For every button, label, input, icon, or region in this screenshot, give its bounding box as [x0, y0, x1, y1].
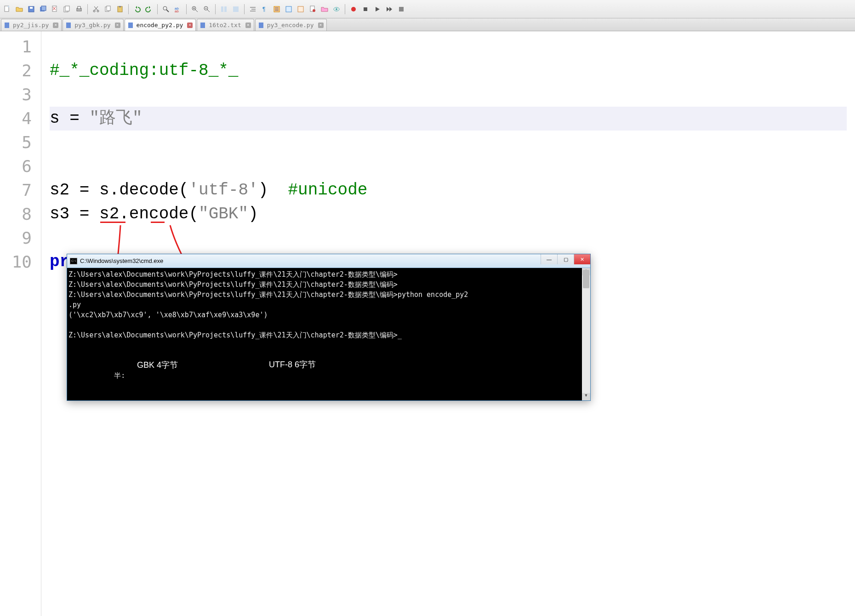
code-string: "GBK": [199, 205, 248, 223]
svg-point-21: [163, 6, 167, 10]
lineno: 6: [0, 154, 41, 178]
lineno: 10: [0, 250, 41, 274]
maximize-button[interactable]: ▢: [557, 254, 574, 264]
code-call: s2.encode(: [89, 205, 199, 223]
svg-rect-20: [119, 6, 121, 7]
copy-button[interactable]: [103, 4, 114, 15]
svg-rect-52: [5, 23, 9, 28]
svg-rect-44: [298, 6, 303, 12]
redo-button[interactable]: [143, 4, 154, 15]
undo-button[interactable]: [131, 4, 142, 15]
code-var: s3: [50, 205, 80, 223]
show-ws-button[interactable]: ¶: [259, 4, 270, 15]
svg-line-22: [166, 10, 169, 12]
paste-button[interactable]: [114, 4, 125, 15]
code-string: "路飞": [80, 109, 142, 128]
folder-icon-button[interactable]: [319, 4, 330, 15]
play-button[interactable]: [372, 4, 383, 15]
open-folder-button[interactable]: [14, 4, 25, 15]
doc-button[interactable]: [307, 4, 318, 15]
code-paren: ): [258, 181, 268, 200]
terminal-scrollbar[interactable]: ▲ ▼: [582, 268, 590, 400]
code-var: s: [50, 109, 69, 128]
close-button[interactable]: ✕: [574, 254, 590, 264]
scroll-thumb[interactable]: [583, 270, 589, 288]
fold-button[interactable]: [283, 4, 294, 15]
svg-rect-32: [221, 6, 223, 12]
svg-point-48: [336, 8, 337, 10]
find-button[interactable]: [160, 4, 171, 15]
term-line: Z:\Users\alex\Documents\work\PyProjects\…: [68, 280, 398, 289]
sync-button[interactable]: [218, 4, 229, 15]
close-icon[interactable]: ×: [115, 23, 120, 28]
code-comment: #unicode: [268, 181, 367, 200]
svg-point-46: [313, 9, 315, 12]
close-icon[interactable]: ×: [187, 23, 193, 28]
main-toolbar: abab ¶: [0, 0, 855, 18]
terminal-window[interactable]: C:\ C:\Windows\system32\cmd.exe — ▢ ✕ Z:…: [67, 254, 591, 401]
code-string: 'utf-8': [188, 181, 258, 200]
svg-line-28: [195, 10, 198, 12]
tab-16to2[interactable]: 16to2.txt ×: [197, 19, 254, 31]
unfold-button[interactable]: [295, 4, 306, 15]
save-button[interactable]: [26, 4, 37, 15]
file-icon: [200, 22, 206, 29]
tab-py2-jis[interactable]: py2_jis.py ×: [1, 19, 62, 31]
close-all-button[interactable]: [62, 4, 73, 15]
close-icon[interactable]: ×: [318, 23, 324, 28]
monitor-button[interactable]: [331, 4, 342, 15]
file-icon: [128, 22, 134, 29]
file-icon: [66, 22, 72, 29]
svg-line-16: [94, 6, 97, 10]
record-button[interactable]: [348, 4, 359, 15]
code-op: =: [69, 109, 80, 128]
editor-tab-bar: py2_jis.py × py3_gbk.py × encode_py2.py …: [0, 18, 855, 31]
minimize-button[interactable]: —: [541, 254, 557, 264]
function-list-button[interactable]: [271, 4, 282, 15]
tab-label: py3_encode.py: [267, 22, 314, 29]
print-button[interactable]: [74, 4, 85, 15]
terminal-title: C:\Windows\system32\cmd.exe: [80, 257, 163, 264]
tab-encode-py2[interactable]: encode_py2.py ×: [125, 19, 196, 31]
wrap-button[interactable]: [230, 4, 241, 15]
tab-py3-gbk[interactable]: py3_gbk.py ×: [63, 19, 123, 31]
zoom-in-button[interactable]: [189, 4, 200, 15]
code-op: =: [80, 181, 90, 200]
lineno: 1: [0, 35, 41, 59]
new-file-button[interactable]: [2, 4, 13, 15]
svg-rect-5: [41, 6, 46, 11]
zoom-out-button[interactable]: [201, 4, 212, 15]
svg-line-31: [207, 10, 210, 12]
svg-rect-12: [78, 6, 80, 9]
stop-record-button[interactable]: [396, 4, 407, 15]
terminal-titlebar[interactable]: C:\ C:\Windows\system32\cmd.exe — ▢ ✕: [67, 254, 590, 268]
code-var: s2: [50, 181, 80, 200]
terminal-body[interactable]: Z:\Users\alex\Documents\work\PyProjects\…: [67, 268, 582, 400]
lineno: 7: [0, 178, 41, 202]
lineno: 9: [0, 226, 41, 250]
save-all-button[interactable]: [38, 4, 49, 15]
tab-label: py3_gbk.py: [74, 22, 110, 29]
term-line: 半:: [68, 371, 125, 380]
fastfwd-button[interactable]: [384, 4, 395, 15]
replace-button[interactable]: abab: [172, 4, 183, 15]
stop-button[interactable]: [360, 4, 371, 15]
anno-label-gbk: GBK 4字节: [137, 359, 178, 371]
lineno: 4: [0, 107, 41, 131]
svg-rect-51: [399, 7, 404, 11]
close-icon[interactable]: ×: [53, 23, 58, 28]
tab-label: 16to2.txt: [209, 22, 241, 29]
anno-label-utf8: UTF-8 6字节: [269, 359, 316, 370]
svg-rect-55: [200, 23, 205, 28]
scroll-down-icon[interactable]: ▼: [582, 393, 590, 400]
close-file-button[interactable]: [50, 4, 61, 15]
svg-rect-53: [66, 23, 71, 28]
tab-py3-encode[interactable]: py3_encode.py ×: [255, 19, 327, 31]
lineno: 8: [0, 202, 41, 226]
cut-button[interactable]: [91, 4, 102, 15]
close-icon[interactable]: ×: [245, 23, 251, 28]
indent-button[interactable]: [247, 4, 258, 15]
anno-underline-s3: [100, 222, 125, 223]
lineno: 3: [0, 83, 41, 107]
tab-label: encode_py2.py: [137, 22, 183, 29]
